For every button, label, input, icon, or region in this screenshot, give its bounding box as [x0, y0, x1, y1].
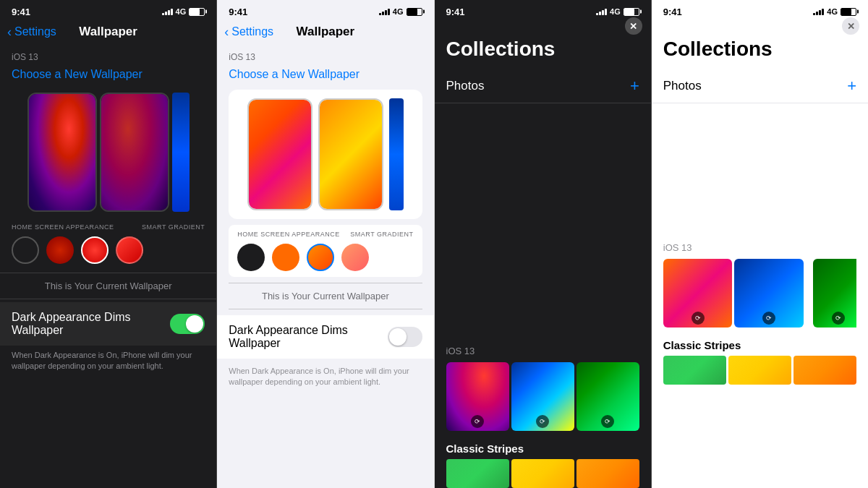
- description-text-1: When Dark Appearance is On, iPhone will …: [0, 346, 216, 377]
- wallpaper-card-2: [229, 90, 422, 219]
- ios13-label-4: iOS 13: [663, 242, 856, 253]
- divider-4: [229, 309, 422, 309]
- thumb-badge-3-3: ⟳: [601, 415, 614, 428]
- wallpaper-thumb-4-3[interactable]: ⟳: [813, 259, 856, 328]
- divider-1: [0, 273, 216, 273]
- wallpaper-thumb-4-1[interactable]: ⟳: [663, 259, 733, 328]
- wallpaper-thumb-4-2[interactable]: ⟳: [734, 259, 804, 328]
- toggle-row-1: Dark Appearance Dims Wallpaper: [0, 302, 216, 346]
- dark-appearance-toggle-2[interactable]: [388, 327, 422, 347]
- swatch-black-2[interactable]: [237, 244, 265, 271]
- panel-3-dark-collections: 9:41 4G ✕ Collections Photos + iOS 13: [435, 0, 652, 488]
- close-button-3[interactable]: ✕: [625, 17, 642, 35]
- current-wallpaper-text-2: This is Your Current Wallpaper: [217, 286, 433, 306]
- nav-bar-1: ‹ Settings Wallpaper: [0, 20, 216, 46]
- wallpaper-thumb-3-3[interactable]: ⟳: [576, 362, 639, 431]
- stripe-thumb-4-1[interactable]: [663, 356, 726, 385]
- ios-section-label-1: iOS 13: [0, 46, 216, 65]
- appearance-labels-2: HOME SCREEN APPEARANCE SMART GRADIENT: [237, 231, 413, 238]
- photos-label-3: Photos: [446, 79, 485, 93]
- choose-wallpaper-link-1[interactable]: Choose a New Wallpaper: [0, 65, 216, 87]
- phone-mockup-right-2: [318, 98, 383, 210]
- wallpaper-left-2: [249, 100, 311, 209]
- collections-header-4: ✕: [652, 20, 868, 32]
- ios-section-3: iOS 13 ⟳ ⟳ ⟳: [435, 337, 651, 437]
- chevron-left-icon-2: ‹: [224, 25, 229, 38]
- ios13-label-3: iOS 13: [446, 346, 639, 356]
- stripe-thumb-3-2[interactable]: [511, 459, 574, 488]
- battery-icon-4: [841, 8, 856, 16]
- color-swatches-1: [12, 236, 205, 264]
- swatch-orange-selected-2[interactable]: [307, 244, 334, 271]
- appearance-section-1: HOME SCREEN APPEARANCE SMART GRADIENT: [0, 218, 216, 270]
- toggle-thumb-1: [186, 315, 203, 333]
- classic-stripes-label-3: Classic Stripes: [435, 437, 651, 459]
- status-icons-1: 4G: [162, 7, 205, 16]
- swatch-peach-2[interactable]: [341, 244, 369, 271]
- collections-title-3: Collections: [435, 32, 651, 69]
- nav-title-2: Wallpaper: [297, 25, 355, 39]
- smart-gradient-label-1: SMART GRADIENT: [142, 223, 205, 231]
- photos-label-4: Photos: [663, 79, 702, 93]
- back-label-1: Settings: [14, 25, 56, 38]
- plus-icon-3: +: [630, 77, 639, 95]
- plus-icon-4: +: [847, 77, 856, 95]
- phone-mockup-left-2: [247, 98, 312, 210]
- toggle-label-2: Dark Appearance Dims Wallpaper: [229, 324, 387, 350]
- home-screen-label-2: HOME SCREEN APPEARANCE: [237, 231, 340, 238]
- status-icons-4: 4G: [813, 7, 856, 16]
- stripe-thumb-4-3[interactable]: [793, 356, 856, 385]
- swatch-orange-2[interactable]: [272, 244, 299, 271]
- classic-stripes-label-4: Classic Stripes: [652, 333, 868, 356]
- wallpaper-preview-1: [0, 87, 216, 218]
- thumb-badge-4-3: ⟳: [832, 312, 845, 325]
- stripe-thumb-3-1[interactable]: [446, 459, 509, 488]
- divider-3: [229, 283, 422, 283]
- photos-content-4: [652, 103, 868, 234]
- back-button-2[interactable]: ‹ Settings: [224, 25, 273, 38]
- description-text-2: When Dark Appearance is On, iPhone will …: [217, 361, 433, 393]
- thumb-badge-4-2: ⟳: [762, 312, 775, 325]
- dark-appearance-toggle-1[interactable]: [170, 314, 205, 334]
- swatch-red-outline-1[interactable]: [116, 236, 143, 264]
- choose-wallpaper-link-2[interactable]: Choose a New Wallpaper: [217, 65, 433, 87]
- swatch-red-selected-1[interactable]: [81, 236, 109, 264]
- stripes-grid-4: [652, 356, 868, 385]
- side-preview-2: [389, 98, 404, 210]
- signal-icon-4: [813, 8, 824, 15]
- wallpaper-thumb-3-2[interactable]: ⟳: [511, 362, 574, 431]
- panel-4-light-collections: 9:41 4G ✕ Collections Photos + iOS 13: [652, 0, 868, 488]
- time-4: 9:41: [663, 7, 682, 17]
- appearance-labels-1: HOME SCREEN APPEARANCE SMART GRADIENT: [12, 223, 205, 231]
- stripe-thumb-4-2[interactable]: [728, 356, 791, 385]
- toggle-label-1: Dark Appearance Dims Wallpaper: [12, 311, 170, 337]
- ios-section-4: iOS 13 ⟳ ⟳ ⟳: [652, 234, 868, 333]
- carrier-4: 4G: [827, 7, 838, 16]
- wallpaper-grid-4: ⟳ ⟳ ⟳: [663, 259, 856, 328]
- thumb-badge-3-1: ⟳: [471, 415, 484, 428]
- chevron-left-icon-1: ‹: [7, 25, 12, 38]
- swatch-red-1[interactable]: [46, 236, 74, 264]
- wallpaper-grid-3: ⟳ ⟳ ⟳: [446, 362, 639, 431]
- carrier-3: 4G: [610, 7, 621, 16]
- swatch-black-1[interactable]: [12, 236, 39, 264]
- signal-icon-2: [379, 8, 390, 15]
- nav-bar-2: ‹ Settings Wallpaper: [217, 20, 433, 46]
- back-button-1[interactable]: ‹ Settings: [7, 25, 56, 38]
- close-button-4[interactable]: ✕: [842, 17, 859, 35]
- photos-row-4[interactable]: Photos +: [652, 69, 868, 103]
- wallpaper-right-2: [320, 100, 382, 209]
- status-bar-4: 9:41 4G: [652, 0, 868, 20]
- current-wallpaper-text-1: This is Your Current Wallpaper: [0, 276, 216, 296]
- carrier-1: 4G: [176, 7, 187, 16]
- stripe-thumb-3-3[interactable]: [576, 459, 639, 488]
- time-2: 9:41: [229, 7, 247, 17]
- status-bar-1: 9:41 4G: [0, 0, 216, 20]
- photos-row-3[interactable]: Photos +: [435, 69, 651, 103]
- time-1: 9:41: [12, 7, 30, 17]
- wallpaper-right-1: [101, 94, 168, 210]
- photos-content-3: [435, 103, 651, 337]
- stripes-grid-3: [435, 459, 651, 488]
- wallpaper-thumb-3-1[interactable]: ⟳: [446, 362, 509, 431]
- phone-mockup-right-1: [100, 93, 169, 212]
